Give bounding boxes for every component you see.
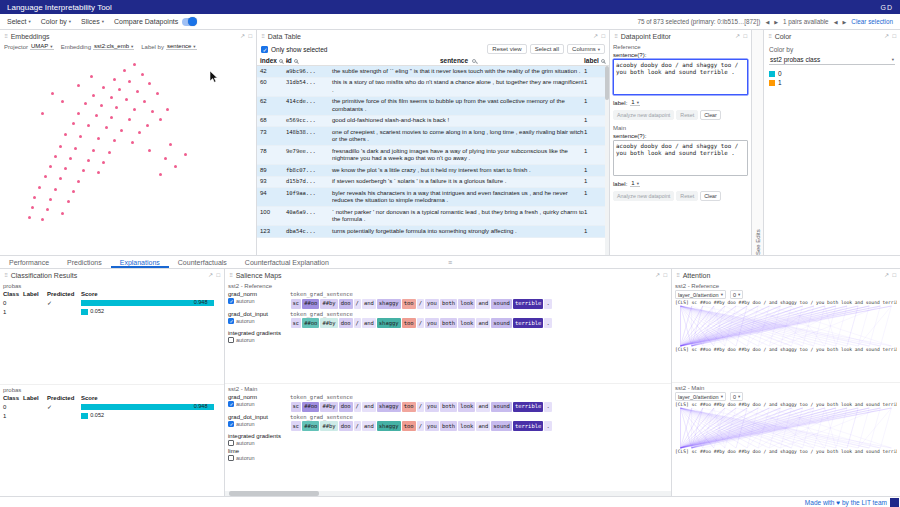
autorun-checkbox[interactable] bbox=[228, 421, 234, 427]
salience-token[interactable]: doo bbox=[339, 402, 353, 412]
embedding-point[interactable] bbox=[33, 196, 36, 199]
salience-token[interactable]: doo bbox=[339, 421, 353, 431]
table-row[interactable]: 93 d15b7d... if steven soderbergh 's ` s… bbox=[257, 177, 609, 189]
embedding-point[interactable] bbox=[49, 165, 52, 168]
salience-token[interactable]: and bbox=[362, 299, 376, 309]
embedding-point[interactable] bbox=[41, 218, 44, 221]
maximize-icon[interactable]: □ bbox=[248, 33, 252, 39]
salience-token[interactable]: . bbox=[544, 421, 551, 431]
embedding-point[interactable] bbox=[128, 118, 131, 121]
embedding-point[interactable] bbox=[92, 149, 95, 152]
tab[interactable]: Performance bbox=[0, 256, 58, 268]
column-header-label[interactable]: label bbox=[584, 57, 606, 64]
embedding-point[interactable] bbox=[125, 98, 128, 101]
drag-handle-icon[interactable]: ⠿ bbox=[614, 33, 618, 39]
select-menu[interactable]: Select▾ bbox=[7, 18, 31, 25]
drag-handle-icon[interactable]: ⠿ bbox=[4, 33, 8, 39]
embedding-select[interactable]: Embeddingsst2:cls_emb▾ bbox=[61, 43, 135, 50]
drag-handle-icon[interactable]: ⠿ bbox=[676, 272, 680, 278]
columns-button[interactable]: Columns▾ bbox=[567, 44, 605, 54]
embedding-point[interactable] bbox=[64, 133, 67, 136]
analyze-new-datapoint-button[interactable]: Analyze new datapoint bbox=[613, 191, 674, 201]
embedding-point[interactable] bbox=[102, 161, 105, 164]
salience-token[interactable]: ##oo bbox=[302, 421, 319, 431]
embedding-point[interactable] bbox=[164, 157, 167, 160]
salience-token[interactable]: sound bbox=[491, 299, 512, 309]
embedding-point[interactable] bbox=[102, 86, 105, 89]
salience-token[interactable]: both bbox=[440, 421, 457, 431]
salience-token[interactable]: you bbox=[425, 299, 439, 309]
salience-token[interactable]: sound bbox=[491, 402, 512, 412]
popout-icon[interactable]: ↗ bbox=[884, 272, 889, 278]
autorun-control[interactable]: autorun bbox=[228, 401, 290, 407]
embedding-point[interactable] bbox=[123, 69, 126, 72]
autorun-checkbox[interactable] bbox=[228, 337, 234, 343]
table-row[interactable]: 100 40a6a9... ` nother parker ' nor dono… bbox=[257, 207, 609, 226]
compare-datapoints-control[interactable]: Compare Datapoints bbox=[114, 18, 197, 26]
reset-view-button[interactable]: Reset view bbox=[487, 44, 526, 54]
autorun-control[interactable]: autorun bbox=[228, 440, 290, 446]
reset-button[interactable]: Reset bbox=[676, 191, 698, 201]
salience-token[interactable]: doo bbox=[339, 299, 353, 309]
column-header-sentence[interactable]: sentence bbox=[332, 57, 584, 64]
embedding-point[interactable] bbox=[59, 145, 62, 148]
salience-token[interactable]: and bbox=[362, 402, 376, 412]
embedding-point[interactable] bbox=[115, 106, 118, 109]
pane-resize-handle-icon[interactable]: ≡ bbox=[448, 256, 452, 269]
search-icon[interactable] bbox=[279, 59, 283, 63]
embedding-point[interactable] bbox=[87, 159, 90, 162]
embedding-point[interactable] bbox=[131, 141, 134, 144]
embedding-point[interactable] bbox=[148, 149, 151, 152]
salience-token[interactable]: too bbox=[402, 421, 416, 431]
embedding-point[interactable] bbox=[74, 147, 77, 150]
prev-pair-icon[interactable]: ◀ bbox=[834, 19, 838, 25]
salience-token[interactable]: both bbox=[440, 402, 457, 412]
embedding-point[interactable] bbox=[108, 151, 111, 154]
salience-token[interactable]: terrible bbox=[513, 299, 544, 309]
salience-token[interactable]: / bbox=[354, 318, 361, 328]
salience-token[interactable]: and bbox=[476, 299, 490, 309]
account-avatar[interactable]: GD bbox=[881, 4, 894, 11]
popout-icon[interactable]: ↗ bbox=[593, 33, 598, 39]
embedding-point[interactable] bbox=[133, 108, 136, 111]
head-select[interactable]: 0▾ bbox=[730, 290, 743, 299]
salience-token[interactable]: ##oo bbox=[302, 402, 319, 412]
drag-handle-icon[interactable]: ⠿ bbox=[261, 33, 265, 39]
autorun-checkbox[interactable] bbox=[228, 440, 234, 446]
see-edits-tab[interactable]: See Edits bbox=[752, 30, 764, 255]
table-row[interactable]: 78 9e79ee... fresnadillo 's dark and jol… bbox=[257, 146, 609, 165]
salience-token[interactable]: ##by bbox=[320, 318, 337, 328]
salience-token[interactable]: sc bbox=[291, 421, 302, 431]
embedding-point[interactable] bbox=[67, 200, 70, 203]
salience-token[interactable]: ##oo bbox=[302, 299, 319, 309]
analyze-new-datapoint-button[interactable]: Analyze new datapoint bbox=[613, 110, 674, 120]
head-select[interactable]: 0▾ bbox=[730, 392, 743, 401]
embedding-point[interactable] bbox=[133, 63, 136, 66]
color-by-select[interactable]: sst2 probas class▾ bbox=[769, 55, 895, 65]
salience-token[interactable]: ##by bbox=[320, 421, 337, 431]
salience-token[interactable]: both bbox=[440, 318, 457, 328]
embedding-point[interactable] bbox=[28, 216, 31, 219]
embedding-point[interactable] bbox=[151, 110, 154, 113]
salience-token[interactable]: / bbox=[417, 299, 424, 309]
next-pair-icon[interactable]: ▶ bbox=[842, 19, 846, 25]
select-all-button[interactable]: Select all bbox=[530, 44, 564, 54]
embedding-point[interactable] bbox=[143, 100, 146, 103]
maximize-icon[interactable]: □ bbox=[743, 33, 747, 39]
maximize-icon[interactable]: □ bbox=[892, 33, 896, 39]
embedding-point[interactable] bbox=[69, 157, 72, 160]
salience-token[interactable]: too bbox=[402, 318, 416, 328]
table-row[interactable]: 62 414cde... the primitive force of this… bbox=[257, 97, 609, 116]
search-icon[interactable] bbox=[472, 59, 476, 63]
embedding-point[interactable] bbox=[54, 155, 57, 158]
scrollbar-thumb[interactable] bbox=[229, 491, 319, 496]
embedding-point[interactable] bbox=[61, 100, 64, 103]
prev-datapoint-icon[interactable]: ◀ bbox=[765, 19, 769, 25]
embedding-point[interactable] bbox=[169, 143, 172, 146]
next-datapoint-icon[interactable]: ▶ bbox=[774, 19, 778, 25]
embedding-point[interactable] bbox=[97, 171, 100, 174]
salience-token[interactable]: shaggy bbox=[377, 421, 401, 431]
table-scrollbar[interactable] bbox=[605, 66, 609, 255]
table-row[interactable]: 123 dba54c... turns potentially forgetta… bbox=[257, 226, 609, 238]
salience-token[interactable]: look bbox=[458, 402, 475, 412]
